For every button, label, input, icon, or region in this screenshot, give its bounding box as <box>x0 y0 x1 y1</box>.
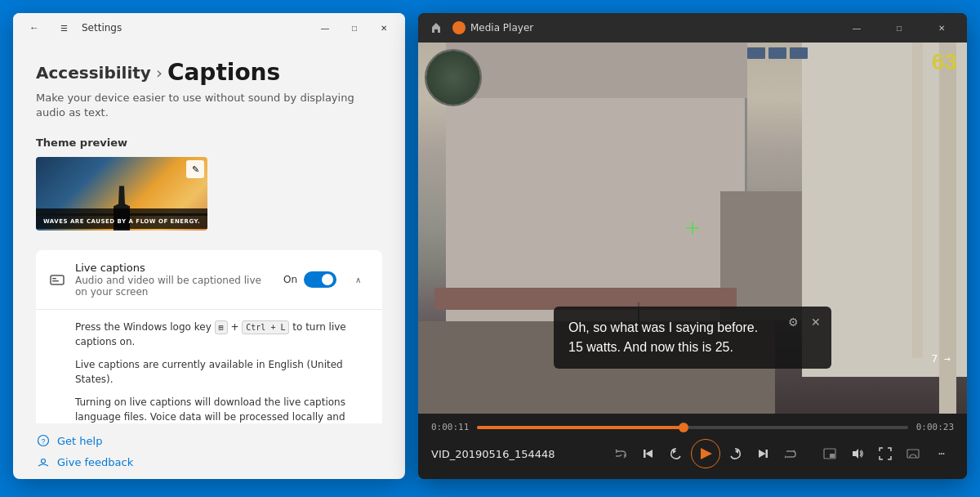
hud-crosshair <box>686 222 699 235</box>
repeat-button[interactable] <box>777 441 804 467</box>
svg-marker-8 <box>646 450 653 458</box>
skip-back-button[interactable] <box>663 441 689 467</box>
live-captions-expand-button[interactable]: ∧ <box>346 268 369 291</box>
next-track-button[interactable] <box>750 441 776 467</box>
controls-right: ··· <box>817 441 954 467</box>
more-options-button[interactable]: ··· <box>928 441 954 467</box>
svg-rect-2 <box>52 280 59 282</box>
media-minimize-button[interactable]: — <box>838 13 875 43</box>
live-captions-subtitle: Audio and video will be captioned live o… <box>75 275 274 298</box>
game-scene: 63 7 → Oh, so what was I saying before. … <box>418 43 967 414</box>
live-captions-icon <box>49 271 65 288</box>
give-feedback-link[interactable]: Give feedback <box>36 454 382 469</box>
svg-marker-13 <box>785 455 786 459</box>
maximize-button[interactable]: □ <box>343 16 366 39</box>
svg-rect-1 <box>52 278 56 280</box>
theme-preview-container: Theme preview WAVES ARE CAUSED BY A FLOW… <box>36 137 382 231</box>
titlebar-title: Settings <box>82 22 307 34</box>
svg-rect-11 <box>766 450 768 458</box>
svg-text:?: ? <box>41 437 45 446</box>
give-feedback-icon <box>36 454 51 469</box>
live-captions-content: Live captions Audio and video will be ca… <box>75 262 274 298</box>
svg-rect-16 <box>830 454 835 458</box>
back-button[interactable]: ← <box>23 16 46 39</box>
media-buttons-row: VID_20190516_154448 <box>431 436 954 472</box>
settings-window: ← ☰ Settings — □ ✕ Accessibility › Capti… <box>13 13 405 479</box>
theme-preview-image: WAVES ARE CAUSED BY A FLOW OF ENERGY. ✎ <box>36 157 207 231</box>
media-player-window: Media Player — □ ✕ <box>418 13 967 479</box>
fullscreen-button[interactable] <box>872 441 898 467</box>
live-captions-toggle[interactable] <box>304 271 336 288</box>
settings-content: Accessibility › Captions Make your devic… <box>13 43 405 423</box>
controls-center <box>595 439 817 468</box>
progress-fill <box>477 426 684 429</box>
media-video-area: 63 7 → Oh, so what was I saying before. … <box>418 43 967 414</box>
get-help-icon: ? <box>36 433 51 448</box>
toggle-thumb <box>322 274 333 285</box>
svg-rect-18 <box>907 450 919 458</box>
svg-marker-14 <box>793 450 795 453</box>
media-close-button[interactable]: ✕ <box>923 13 960 43</box>
desktop: ← ☰ Settings — □ ✕ Accessibility › Capti… <box>0 0 980 497</box>
mini-player-button[interactable] <box>817 441 843 467</box>
cast-button[interactable] <box>900 441 926 467</box>
time-total: 0:00:23 <box>916 422 954 432</box>
theme-preview-label: Theme preview <box>36 137 382 149</box>
caption-settings-button[interactable]: ⚙ <box>784 313 802 331</box>
progress-bar-container: 0:00:11 0:00:23 <box>431 414 954 436</box>
prev-track-button[interactable] <box>635 441 662 467</box>
give-feedback-label: Give feedback <box>57 456 133 468</box>
edit-pencil-icon: ✎ <box>192 164 199 175</box>
hud-icon-3 <box>790 47 808 59</box>
toggle-on-label: On <box>283 274 297 285</box>
svg-rect-7 <box>644 450 646 458</box>
media-maximize-button[interactable]: □ <box>880 13 918 43</box>
caption-close-button[interactable]: ✕ <box>807 313 825 331</box>
get-help-label: Get help <box>57 435 102 447</box>
preview-caption-text: WAVES ARE CAUSED BY A FLOW OF ENERGY. <box>43 218 200 225</box>
theme-preview-edit-button[interactable]: ✎ <box>186 160 204 178</box>
media-controls: 0:00:11 0:00:23 VID_20190516_154448 <box>418 414 967 479</box>
media-filename: VID_20190516_154448 <box>431 448 595 460</box>
hud-icon-1 <box>747 47 765 59</box>
shuffle-button[interactable] <box>608 441 634 467</box>
media-app-icon <box>452 21 466 34</box>
minimap-inner <box>426 51 480 105</box>
hud-icon-2 <box>768 47 786 59</box>
live-captions-row: Live captions Audio and video will be ca… <box>36 250 382 310</box>
live-captions-toggle-container: On <box>283 271 336 288</box>
svg-point-6 <box>42 459 46 463</box>
shortcut-info: Press the Windows logo key ⊞ + Ctrl + L … <box>75 320 369 349</box>
svg-marker-12 <box>759 450 766 458</box>
minimize-button[interactable]: — <box>314 16 336 39</box>
svg-marker-17 <box>853 449 858 459</box>
breadcrumb: Accessibility › Captions <box>36 59 382 86</box>
hud-top-icons <box>747 47 808 59</box>
volume-button[interactable] <box>844 441 871 467</box>
live-captions-card: Live captions Audio and video will be ca… <box>36 250 382 423</box>
curtain-fold-2 <box>912 43 923 358</box>
hud-minimap <box>425 49 482 106</box>
get-help-link[interactable]: ? Get help <box>36 433 382 448</box>
progress-thumb <box>679 423 688 432</box>
caption-overlay: Oh, so what was I saying before. 15 watt… <box>554 307 831 369</box>
caption-line2: 15 watts. And now this is 25. <box>568 338 817 357</box>
live-captions-expanded: Press the Windows logo key ⊞ + Ctrl + L … <box>36 310 382 423</box>
breadcrumb-current: Captions <box>167 59 280 86</box>
caption-line1: Oh, so what was I saying before. <box>568 318 817 338</box>
live-captions-title: Live captions <box>75 262 274 274</box>
play-pause-button[interactable] <box>691 439 720 468</box>
skip-fwd-button[interactable] <box>722 441 748 467</box>
media-titlebar-title: Media Player <box>470 22 833 34</box>
windows-key-badge: ⊞ <box>215 320 228 334</box>
preview-caption-bar: WAVES ARE CAUSED BY A FLOW OF ENERGY. <box>36 208 207 229</box>
wall-top-detail <box>446 43 748 98</box>
progress-bar[interactable] <box>477 426 907 429</box>
menu-button[interactable]: ☰ <box>52 16 75 39</box>
settings-footer: ? Get help Give feedback <box>13 423 405 479</box>
breadcrumb-parent[interactable]: Accessibility <box>36 63 151 83</box>
media-home-button[interactable] <box>425 16 448 39</box>
svg-rect-0 <box>51 275 64 284</box>
close-button[interactable]: ✕ <box>372 16 395 39</box>
settings-description: Make your device easier to use without s… <box>36 91 382 120</box>
